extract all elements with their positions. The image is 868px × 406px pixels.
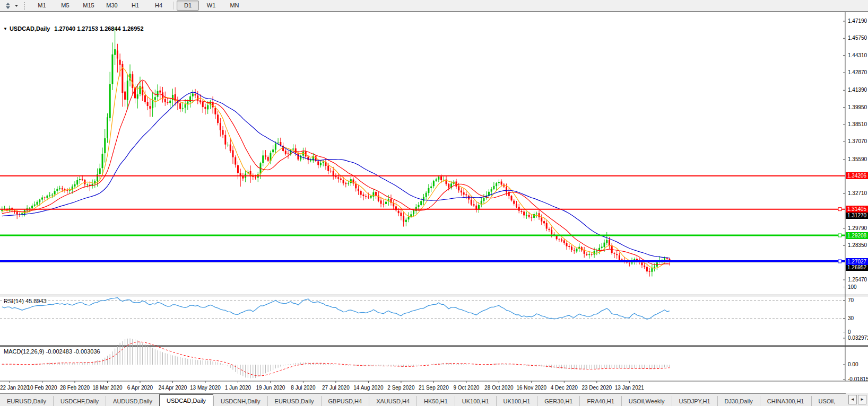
price-tick-label: 1.45750	[848, 35, 867, 41]
date-axis-label: 21 Sep 2020	[419, 385, 449, 391]
tab-scroll-buttons: ◄ ►	[846, 393, 868, 406]
timeframe-button-m1[interactable]: M1	[31, 1, 53, 11]
date-axis-label: 28 Feb 2020	[60, 385, 90, 391]
cursor-dropdown-caret-icon[interactable]	[13, 1, 20, 10]
macd-axis-label: -0.018154	[848, 376, 868, 383]
date-axis-label: 1 Jun 2020	[225, 385, 251, 391]
chart-tab-uk100-h1[interactable]: UK100,H1	[496, 396, 537, 406]
tab-scroll-left-icon[interactable]: ◄	[848, 395, 857, 404]
price-chart-canvas[interactable]	[0, 0, 868, 406]
date-axis-label: 28 Oct 2020	[484, 385, 513, 391]
hline-price-label: 1.31405	[846, 206, 868, 213]
date-axis-label: 10 Feb 2020	[27, 385, 57, 391]
timeframe-button-h1[interactable]: H1	[124, 1, 146, 11]
chart-tab-usdchf-daily[interactable]: USDCHF,Daily	[53, 396, 106, 406]
rsi-axis-label: 0	[848, 329, 851, 336]
hline-price-label: 1.34206	[846, 172, 868, 179]
rsi-axis-label: 100	[848, 284, 857, 290]
chart-tab-dj30-daily[interactable]: DJ30,Daily	[717, 396, 760, 406]
toolbar-grip-handle[interactable]	[24, 2, 27, 10]
timeframe-button-h4[interactable]: H4	[147, 1, 170, 11]
date-axis-label: 8 Jul 2020	[291, 385, 315, 391]
price-tick-label: 1.47190	[848, 18, 867, 24]
timeframe-button-m30[interactable]: M30	[101, 1, 123, 11]
timeframe-button-w1[interactable]: W1	[200, 1, 222, 11]
rsi-axis-label: 30	[848, 315, 854, 322]
price-tick-label: 1.35590	[848, 156, 867, 163]
rsi-axis-label: 70	[848, 297, 854, 304]
chart-tab-bar: EURUSD,DailyUSDCHF,DailyAUDUSD,DailyUSDC…	[0, 393, 868, 406]
timeframe-button-d1[interactable]: D1	[177, 1, 199, 11]
price-tick-label: 1.39950	[848, 104, 867, 111]
date-axis-label: 18 Mar 2020	[92, 385, 122, 391]
chart-tab-hk50-h1[interactable]: HK50,H1	[416, 396, 455, 406]
hline-price-label: 1.27027	[846, 258, 868, 265]
price-tick-label: 1.29790	[848, 225, 867, 232]
timeframe-button-group: M1M5M15M30H1H4D1W1MN	[30, 1, 246, 11]
chart-tab-audusd-daily[interactable]: AUDUSD,Daily	[106, 396, 159, 406]
timeframe-button-m5[interactable]: M5	[54, 1, 76, 11]
toolbar: M1M5M15M30H1H4D1W1MN	[0, 0, 868, 12]
chart-tab-usdcad-daily[interactable]: USDCAD,Daily	[159, 394, 213, 406]
date-axis-label: 4 Dec 2020	[551, 385, 578, 391]
chart-tab-eurusd-daily[interactable]: EURUSD,Daily	[267, 396, 321, 406]
macd-axis-label: 0.00	[848, 361, 858, 368]
price-tick-label: 1.41390	[848, 87, 867, 93]
date-axis-label: 19 Jun 2020	[256, 385, 285, 391]
price-tick-label: 1.37070	[848, 138, 867, 145]
timeframe-button-m15[interactable]: M15	[77, 1, 100, 11]
chart-tab-fra40-h1[interactable]: FRA40,H1	[579, 396, 621, 406]
date-axis-label: 13 May 2020	[190, 385, 221, 391]
macd-axis-label: 0.032972	[848, 335, 868, 341]
tab-scroll-right-icon[interactable]: ►	[858, 395, 866, 404]
chart-tab-ger30-h1[interactable]: GER30,H1	[537, 396, 579, 406]
toolbar-separator	[173, 2, 173, 10]
chart-tab-usoil-[interactable]: USOil,	[811, 396, 843, 406]
price-tick-label: 1.32710	[848, 190, 867, 197]
date-axis-label: 2 Sep 2020	[387, 385, 414, 391]
price-tick-label: 1.44310	[848, 52, 867, 59]
date-axis-label: 23 Dec 2020	[581, 385, 612, 391]
chart-tab-usoil-weekly[interactable]: USOil,Weekly	[621, 396, 672, 406]
chart-tab-usdcnh-daily[interactable]: USDCNH,Daily	[213, 396, 267, 406]
chart-tab-usdjpy-h1[interactable]: USDJPY,H1	[672, 396, 717, 406]
date-axis-label: 16 Nov 2020	[516, 385, 546, 391]
timeframe-button-mn[interactable]: MN	[223, 1, 246, 11]
chart-tab-gbpusd-h4[interactable]: GBPUSD,H4	[321, 396, 369, 406]
mt4-window: M1M5M15M30H1H4D1W1MN ▼USDCAD,Daily1.2704…	[0, 0, 868, 406]
chart-tab-xauusd-h4[interactable]: XAUUSD,H4	[369, 396, 416, 406]
price-tick-label: 1.25470	[848, 277, 867, 283]
price-tick-label: 1.38510	[848, 121, 867, 128]
date-axis-label: 13 Jan 2021	[615, 385, 644, 391]
cursor-tool-icon[interactable]	[2, 1, 13, 10]
date-axis-label: 9 Oct 2020	[453, 385, 479, 391]
date-axis-label: 27 Jul 2020	[322, 385, 350, 391]
hline-price-label: 1.29208	[846, 232, 868, 239]
date-axis-label: 14 Aug 2020	[353, 385, 383, 391]
date-axis-label: 6 Apr 2020	[127, 385, 153, 391]
date-axis-label: 24 Apr 2020	[158, 385, 187, 391]
chart-tab-china300-h1[interactable]: CHINA300,H1	[760, 396, 811, 406]
date-axis-label: 22 Jan 2020	[0, 385, 29, 391]
chart-tab-eurusd-daily[interactable]: EURUSD,Daily	[0, 396, 53, 406]
cursor-arrows-icon	[5, 3, 11, 9]
price-tick-label: 1.28350	[848, 242, 867, 249]
chart-tab-uk100-h1[interactable]: UK100,H1	[455, 396, 496, 406]
price-tick-label: 1.42870	[848, 69, 867, 76]
